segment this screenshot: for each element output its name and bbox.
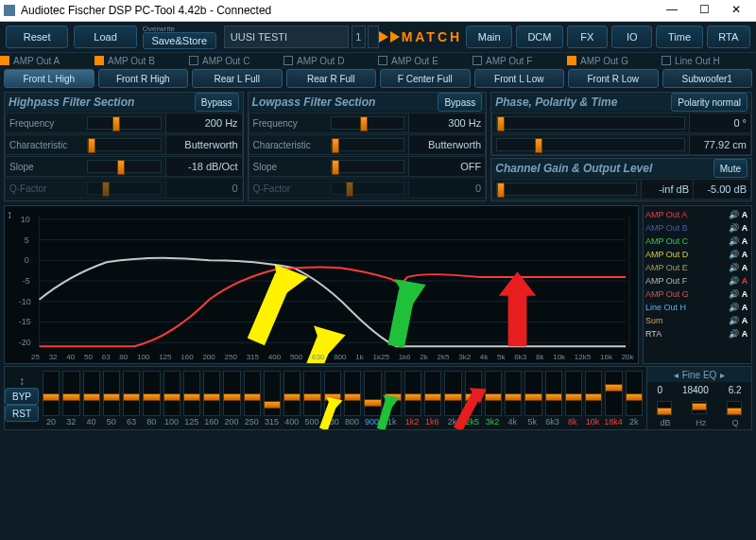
hp-slope-slider[interactable] — [87, 160, 162, 173]
time-button[interactable]: Time — [656, 26, 702, 48]
eq-band-100[interactable] — [163, 371, 180, 416]
channel-tab-2[interactable]: Rear L Full — [192, 69, 283, 88]
speaker-icon: 🔊 — [729, 303, 738, 312]
legend-row-4[interactable]: AMP Out E🔊A — [645, 261, 749, 274]
eq-band-2k[interactable] — [444, 371, 461, 416]
legend-row-5[interactable]: AMP Out F🔊A — [645, 274, 749, 287]
channel-tab-6[interactable]: Front R Low — [568, 69, 659, 88]
fine-q-slider[interactable] — [727, 401, 742, 414]
eq-band-900[interactable] — [364, 371, 381, 416]
amp-out-2[interactable]: AMP Out C — [189, 56, 284, 66]
legend-row-6[interactable]: AMP Out G🔊A — [645, 287, 749, 301]
fine-hz-slider[interactable] — [692, 401, 707, 414]
eq-band-50[interactable] — [103, 371, 120, 416]
hp-q-slider[interactable] — [87, 182, 162, 195]
eq-band-8k[interactable] — [565, 371, 582, 416]
dcm-button[interactable]: DCM — [516, 26, 562, 48]
lowpass-bypass-button[interactable]: Bypass — [438, 93, 482, 112]
eq-band-18k4[interactable] — [605, 371, 622, 416]
legend-row-0[interactable]: AMP Out A🔊A — [645, 208, 749, 221]
legend-row-7[interactable]: Line Out H🔊A — [645, 301, 749, 314]
eq-band-63[interactable] — [123, 371, 140, 416]
eq-band-40[interactable] — [83, 371, 100, 416]
expand-eq-icon[interactable]: ↕ — [19, 375, 25, 388]
hp-char-slider[interactable] — [87, 138, 162, 151]
minimize-button[interactable]: — — [656, 1, 688, 20]
highpass-bypass-button[interactable]: Bypass — [195, 93, 239, 112]
eq-band-1k2[interactable] — [404, 371, 421, 416]
amp-out-5[interactable]: AMP Out F — [472, 56, 567, 66]
amp-out-3[interactable]: AMP Out D — [284, 56, 378, 66]
eq-band-3k2[interactable] — [485, 371, 502, 416]
eq-band-1k[interactable] — [385, 371, 402, 416]
speaker-icon: 🔊 — [729, 316, 738, 325]
eq-band-6k3[interactable] — [545, 371, 562, 416]
eq-band-800[interactable] — [344, 371, 361, 416]
gain-slider[interactable] — [496, 183, 637, 196]
phase-slider[interactable] — [496, 116, 685, 130]
eq-band-20[interactable] — [43, 371, 60, 416]
legend-row-1[interactable]: AMP Out B🔊A — [645, 221, 749, 235]
gain-panel: Channel Gain & Output LevelMute -inf dB-… — [490, 158, 752, 201]
response-graph[interactable]: ↕ 1050-5-10-15-20 2532405063801001251602… — [4, 205, 639, 364]
mute-button[interactable]: Mute — [713, 159, 747, 178]
preset-toggle[interactable] — [368, 26, 379, 48]
eq-band-630[interactable] — [324, 371, 341, 416]
eq-band-160[interactable] — [203, 371, 220, 416]
amp-out-4[interactable]: AMP Out E — [378, 56, 472, 66]
polarity-button[interactable]: Polarity normal — [671, 93, 747, 112]
lp-slope-slider[interactable] — [331, 160, 405, 173]
amp-out-7[interactable]: Line Out H — [662, 56, 756, 66]
hp-freq-slider[interactable] — [87, 116, 162, 130]
eq-band-2k5[interactable] — [465, 371, 482, 416]
io-button[interactable]: IO — [611, 26, 652, 48]
legend-row-3[interactable]: AMP Out D🔊A — [645, 248, 749, 261]
reset-button[interactable]: Reset — [6, 26, 68, 48]
eq-band-1k6[interactable] — [424, 371, 441, 416]
lowpass-title: Lowpass Filter Section — [252, 96, 438, 109]
eq-band-4k[interactable] — [505, 371, 522, 416]
fx-button[interactable]: FX — [567, 26, 608, 48]
eq-band-200[interactable] — [223, 371, 240, 416]
amp-out-1[interactable]: AMP Out B — [94, 56, 189, 66]
rta-button[interactable]: RTA — [707, 26, 750, 48]
eq-band-5k[interactable] — [524, 371, 541, 416]
maximize-button[interactable]: ☐ — [688, 1, 720, 20]
fine-db-slider[interactable] — [657, 401, 672, 414]
eq-band-400[interactable] — [284, 371, 301, 416]
legend-row-8[interactable]: Sum🔊A — [645, 314, 749, 327]
preset-name-input[interactable]: UUSI TESTI — [224, 26, 349, 48]
eq-band-32[interactable] — [62, 371, 79, 416]
amp-out-6[interactable]: AMP Out G — [567, 56, 662, 66]
channel-tab-7[interactable]: Subwoofer1 — [662, 69, 753, 88]
channel-tab-4[interactable]: F Center Full — [380, 69, 471, 88]
eq-band-2k[interactable] — [626, 371, 643, 416]
lp-char-slider[interactable] — [331, 138, 405, 151]
eq-band-80[interactable] — [143, 371, 160, 416]
close-button[interactable]: ✕ — [720, 1, 752, 20]
time-slider[interactable] — [496, 138, 685, 151]
preset-number[interactable]: 1 — [352, 26, 366, 48]
channel-tab-1[interactable]: Front R High — [98, 69, 189, 88]
lp-q-slider[interactable] — [331, 182, 405, 195]
eq-band-250[interactable] — [244, 371, 261, 416]
svg-text:0: 0 — [25, 255, 29, 265]
eq-band-125[interactable] — [183, 371, 200, 416]
lp-freq-slider[interactable] — [331, 116, 405, 130]
rst-button[interactable]: RST — [5, 405, 39, 422]
svg-text:-15: -15 — [19, 317, 31, 326]
eq-band-10k[interactable] — [585, 371, 602, 416]
byp-button[interactable]: BYP — [5, 388, 39, 405]
eq-band-315[interactable] — [264, 371, 281, 416]
load-button[interactable]: Load — [74, 26, 136, 48]
eq-band-500[interactable] — [303, 371, 320, 416]
main-button[interactable]: Main — [466, 26, 512, 48]
amp-out-0[interactable]: AMP Out A — [0, 56, 94, 66]
legend-row-2[interactable]: AMP Out C🔊A — [645, 235, 749, 248]
speaker-icon: 🔊 — [729, 276, 738, 286]
legend-row-9[interactable]: RTA🔊A — [645, 327, 749, 340]
channel-tab-0[interactable]: Front L High — [4, 69, 94, 88]
channel-tab-5[interactable]: Front L Low — [474, 69, 565, 88]
save-store-button[interactable]: Save&Store — [143, 32, 216, 49]
channel-tab-3[interactable]: Rear R Full — [286, 69, 377, 88]
